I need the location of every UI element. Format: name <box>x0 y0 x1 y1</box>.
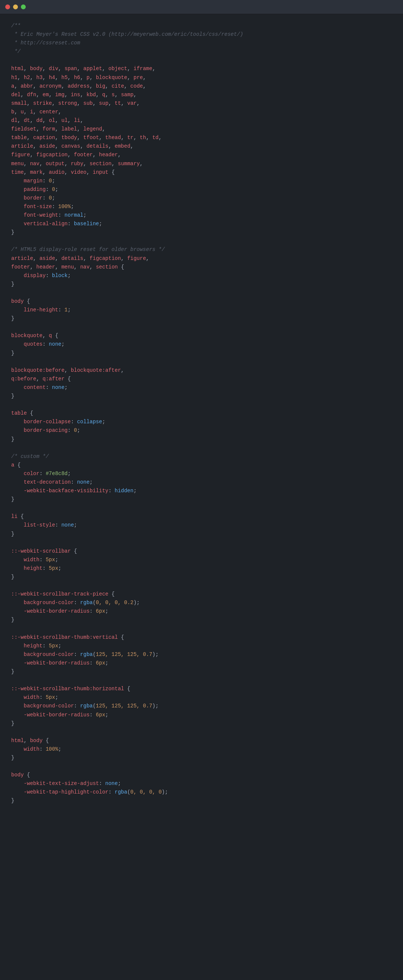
code-line: display: block; <box>11 272 392 280</box>
code-line: } <box>11 435 392 444</box>
code-line: height: 5px; <box>11 642 392 650</box>
code-line: } <box>11 754 392 762</box>
code-line: list-style: none; <box>11 521 392 530</box>
code-line: li { <box>11 512 392 521</box>
code-line: font-weight: normal; <box>11 211 392 220</box>
code-line <box>11 538 392 547</box>
code-line: /* custom */ <box>11 452 392 461</box>
title-bar <box>0 0 403 14</box>
code-line: h1, h2, h3, h4, h5, h6, p, blockquote, p… <box>11 73 392 82</box>
code-line <box>11 625 392 633</box>
code-line: a { <box>11 461 392 469</box>
code-line: figure, figcaption, footer, header, <box>11 151 392 159</box>
code-line: } <box>11 573 392 581</box>
code-line: } <box>11 719 392 728</box>
code-line: width: 100%; <box>11 745 392 754</box>
code-line: -webkit-border-radius: 6px; <box>11 659 392 668</box>
code-line: blockquote:before, blockquote:after, <box>11 366 392 375</box>
code-line <box>11 401 392 409</box>
code-line: -webkit-tap-highlight-color: rgba(0, 0, … <box>11 788 392 797</box>
code-line: -webkit-backface-visibility: hidden; <box>11 487 392 495</box>
code-line: background-color: rgba(125, 125, 125, 0.… <box>11 650 392 659</box>
code-line: } <box>11 495 392 504</box>
code-line: background-color: rgba(125, 125, 125, 0.… <box>11 702 392 710</box>
code-line: } <box>11 616 392 624</box>
close-button[interactable] <box>5 5 10 10</box>
code-line: article, aside, details, figcaption, fig… <box>11 255 392 263</box>
code-line: * Eric Meyer's Reset CSS v2.0 (http://me… <box>11 30 392 39</box>
window: /** * Eric Meyer's Reset CSS v2.0 (http:… <box>0 0 403 980</box>
code-line <box>11 358 392 366</box>
code-line: background-color: rgba(0, 0, 0, 0.2); <box>11 598 392 607</box>
code-line: } <box>11 280 392 289</box>
code-line: } <box>11 668 392 676</box>
code-line: } <box>11 228 392 237</box>
code-line: border-spacing: 0; <box>11 426 392 435</box>
code-line <box>11 762 392 771</box>
code-line: */ <box>11 47 392 56</box>
code-line: height: 5px; <box>11 564 392 573</box>
code-line <box>11 728 392 737</box>
code-line: quotes: none; <box>11 340 392 348</box>
code-line <box>11 56 392 65</box>
code-line: ::-webkit-scrollbar-thumb:vertical { <box>11 633 392 642</box>
code-line <box>11 289 392 297</box>
code-line: html, body { <box>11 737 392 745</box>
code-line: line-height: 1; <box>11 306 392 314</box>
code-line: color: #7e8c8d; <box>11 469 392 478</box>
code-line: border-collapse: collapse; <box>11 418 392 426</box>
code-line: b, u, i, center, <box>11 108 392 116</box>
code-line <box>11 676 392 685</box>
code-line: ::-webkit-scrollbar-thumb:horizontal { <box>11 685 392 693</box>
code-line: vertical-align: baseline; <box>11 220 392 228</box>
code-line: -webkit-border-radius: 6px; <box>11 711 392 719</box>
code-line: ::-webkit-scrollbar { <box>11 547 392 556</box>
code-line: /* HTML5 display-role reset for older br… <box>11 245 392 254</box>
code-line: fieldset, form, label, legend, <box>11 125 392 134</box>
code-line: blockquote, q { <box>11 331 392 340</box>
code-line: } <box>11 349 392 358</box>
code-line: q:before, q:after { <box>11 375 392 383</box>
code-line: body { <box>11 297 392 306</box>
code-line: a, abbr, acronym, address, big, cite, co… <box>11 82 392 91</box>
code-line: font-size: 100%; <box>11 202 392 211</box>
code-line: body { <box>11 771 392 780</box>
code-line: dl, dt, dd, ol, ul, li, <box>11 116 392 125</box>
code-editor: /** * Eric Meyer's Reset CSS v2.0 (http:… <box>0 14 403 813</box>
code-line: } <box>11 314 392 323</box>
code-line: border: 0; <box>11 194 392 202</box>
code-line: padding: 0; <box>11 185 392 194</box>
code-line: } <box>11 797 392 805</box>
code-line: /** <box>11 22 392 30</box>
code-line: -webkit-text-size-adjust: none; <box>11 780 392 788</box>
code-line: menu, nav, output, ruby, section, summar… <box>11 160 392 168</box>
code-line: width: 5px; <box>11 556 392 564</box>
code-line: content: none; <box>11 383 392 392</box>
traffic-lights <box>5 5 26 10</box>
code-line: ::-webkit-scrollbar-track-piece { <box>11 590 392 598</box>
code-line <box>11 323 392 331</box>
code-line: } <box>11 530 392 538</box>
code-line: table, caption, tbody, tfoot, thead, tr,… <box>11 134 392 142</box>
maximize-button[interactable] <box>21 5 26 10</box>
code-line <box>11 237 392 245</box>
code-line: footer, header, menu, nav, section { <box>11 263 392 272</box>
code-line: text-decoration: none; <box>11 478 392 487</box>
code-line <box>11 444 392 452</box>
code-line: width: 5px; <box>11 693 392 702</box>
code-line: article, aside, canvas, details, embed, <box>11 142 392 151</box>
code-line: table { <box>11 409 392 418</box>
minimize-button[interactable] <box>13 5 18 10</box>
code-line: html, body, div, span, applet, object, i… <box>11 65 392 73</box>
code-line: } <box>11 392 392 401</box>
code-line: margin: 0; <box>11 177 392 185</box>
code-line: time, mark, audio, video, input { <box>11 168 392 177</box>
code-line: * http://cssreset.com <box>11 39 392 47</box>
code-line <box>11 504 392 512</box>
code-line: del, dfn, em, img, ins, kbd, q, s, samp, <box>11 91 392 99</box>
code-line: -webkit-border-radius: 6px; <box>11 607 392 616</box>
code-line <box>11 581 392 590</box>
code-line: small, strike, strong, sub, sup, tt, var… <box>11 99 392 108</box>
